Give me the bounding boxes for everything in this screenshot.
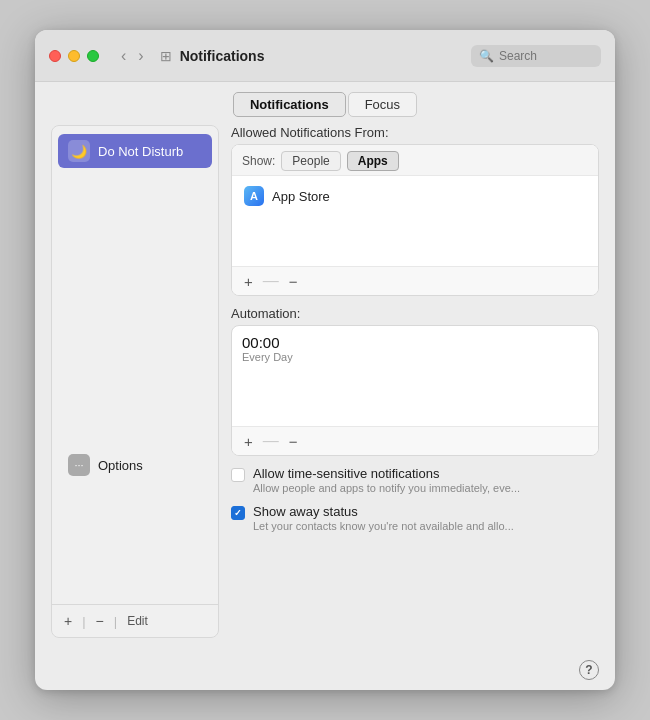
checkbox-row-show-away[interactable]: Show away status Let your contacts know … — [231, 504, 599, 534]
app-store-icon: A — [244, 186, 264, 206]
search-input[interactable] — [499, 49, 593, 63]
automation-add-button[interactable]: + — [242, 433, 255, 450]
tab-focus[interactable]: Focus — [348, 92, 417, 117]
help-button[interactable]: ? — [579, 660, 599, 680]
sidebar-footer-separator2: | — [114, 614, 117, 629]
do-not-disturb-icon: 🌙 — [68, 140, 90, 162]
app-item-app-store[interactable]: A App Store — [242, 182, 588, 210]
titlebar: ‹ › ⊞ Notifications 🔍 — [35, 30, 615, 82]
window-bottom: ? — [35, 654, 615, 690]
allowed-panel-box: Show: People Apps A App Store + — − — [231, 144, 599, 296]
automation-remove-button[interactable]: − — [287, 433, 300, 450]
automation-time: 00:00 — [242, 334, 588, 351]
allowed-section: Allowed Notifications From: Show: People… — [231, 125, 599, 296]
sidebar-add-button[interactable]: + — [60, 611, 76, 631]
app-list: A App Store — [232, 176, 598, 266]
search-box: 🔍 — [471, 45, 601, 67]
checkbox-row-time-sensitive[interactable]: Allow time-sensitive notifications Allow… — [231, 466, 599, 496]
allowed-remove-button[interactable]: − — [287, 273, 300, 290]
time-sensitive-title: Allow time-sensitive notifications — [253, 466, 520, 481]
checkbox-section: Allow time-sensitive notifications Allow… — [231, 466, 599, 535]
automation-panel-footer: + — − — [232, 426, 598, 455]
time-sensitive-desc: Allow people and apps to notify you imme… — [253, 481, 520, 496]
sidebar-edit-button[interactable]: Edit — [123, 612, 152, 630]
allowed-add-button[interactable]: + — [242, 273, 255, 290]
sidebar-item-do-not-disturb[interactable]: 🌙 Do Not Disturb — [58, 134, 212, 168]
sidebar-list: 🌙 Do Not Disturb ··· Options — [52, 126, 218, 604]
allowed-panel-footer: + — − — [232, 266, 598, 295]
sidebar: 🌙 Do Not Disturb ··· Options + | − | Edi… — [51, 125, 219, 638]
allowed-label: Allowed Notifications From: — [231, 125, 599, 140]
show-away-text: Show away status Let your contacts know … — [253, 504, 514, 534]
time-sensitive-text: Allow time-sensitive notifications Allow… — [253, 466, 520, 496]
nav-arrows: ‹ › — [117, 46, 148, 66]
show-label: Show: — [242, 154, 275, 168]
close-button[interactable] — [49, 50, 61, 62]
show-away-desc: Let your contacts know you're not availa… — [253, 519, 514, 534]
allowed-footer-sep: — — [263, 272, 279, 290]
grid-icon[interactable]: ⊞ — [160, 48, 172, 64]
show-row: Show: People Apps — [232, 145, 598, 176]
options-icon: ··· — [68, 454, 90, 476]
app-store-label: App Store — [272, 189, 330, 204]
window-title: Notifications — [180, 48, 265, 64]
sidebar-remove-button[interactable]: − — [92, 611, 108, 631]
show-away-title: Show away status — [253, 504, 514, 519]
automation-sub: Every Day — [242, 351, 588, 363]
sidebar-footer-separator: | — [82, 614, 85, 629]
options-label: Options — [98, 458, 143, 473]
traffic-lights — [49, 50, 99, 62]
do-not-disturb-label: Do Not Disturb — [98, 144, 183, 159]
maximize-button[interactable] — [87, 50, 99, 62]
sidebar-item-options[interactable]: ··· Options — [58, 448, 212, 482]
show-tab-people[interactable]: People — [281, 151, 340, 171]
time-sensitive-checkbox[interactable] — [231, 468, 245, 482]
show-away-checkbox[interactable] — [231, 506, 245, 520]
automation-panel-box: 00:00 Every Day + — − — [231, 325, 599, 456]
right-panel: Allowed Notifications From: Show: People… — [231, 125, 599, 638]
search-icon: 🔍 — [479, 49, 494, 63]
show-tab-apps[interactable]: Apps — [347, 151, 399, 171]
minimize-button[interactable] — [68, 50, 80, 62]
main-window: ‹ › ⊞ Notifications 🔍 Notifications Focu… — [35, 30, 615, 690]
tabs-row: Notifications Focus — [35, 82, 615, 125]
forward-button[interactable]: › — [134, 46, 147, 66]
automation-label: Automation: — [231, 306, 599, 321]
automation-inner: 00:00 Every Day — [232, 326, 598, 426]
automation-footer-sep: — — [263, 432, 279, 450]
tab-notifications[interactable]: Notifications — [233, 92, 346, 117]
sidebar-footer: + | − | Edit — [52, 604, 218, 637]
back-button[interactable]: ‹ — [117, 46, 130, 66]
automation-section: Automation: 00:00 Every Day + — − — [231, 306, 599, 456]
main-content: 🌙 Do Not Disturb ··· Options + | − | Edi… — [35, 125, 615, 654]
